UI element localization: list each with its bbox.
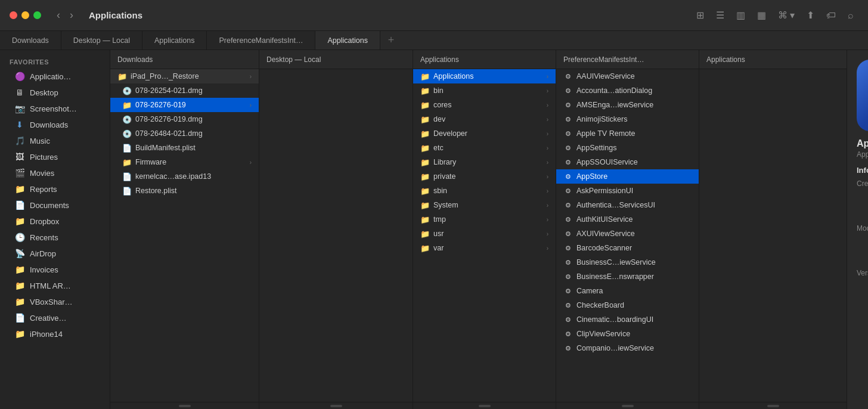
sidebar-item-label: VBoxShar…	[30, 298, 73, 306]
list-item[interactable]: ⚙ BusinessE…nswrapper	[556, 269, 699, 284]
sidebar-item-airdrop[interactable]: 📡 AirDrop	[5, 246, 105, 261]
col-resize-handle-5[interactable]	[699, 402, 847, 409]
list-item[interactable]: ⚙ AAUIViewService	[556, 69, 699, 83]
sidebar-item-label: Movies	[30, 169, 54, 178]
col-resize-handle-1[interactable]	[110, 402, 259, 409]
list-item[interactable]: 📁 private ›	[413, 169, 556, 184]
list-item[interactable]: ⚙ ClipViewService	[556, 327, 699, 341]
list-item[interactable]: ⚙ Camera	[556, 284, 699, 298]
sidebar-item-label: Desktop	[30, 88, 58, 97]
list-item[interactable]: ⚙ AMSEnga…iewService	[556, 98, 699, 112]
list-item[interactable]: ⚙ AXUIViewService	[556, 227, 699, 241]
maximize-button[interactable]	[33, 11, 41, 19]
icon-view-button[interactable]: ⊞	[692, 7, 709, 23]
share-button[interactable]: ⬆	[802, 7, 819, 23]
column-view-button[interactable]: ▥	[731, 7, 750, 23]
sidebar-item-creative[interactable]: 📄 Creative…	[5, 310, 105, 326]
list-item[interactable]: 📁 etc ›	[413, 141, 556, 155]
close-button[interactable]	[10, 11, 17, 19]
col-resize-handle-4[interactable]	[556, 402, 699, 409]
back-button[interactable]: ‹	[53, 8, 64, 23]
list-item[interactable]: 📁 iPad_Pro…_Restore ›	[110, 69, 259, 83]
list-item[interactable]: 📄 BuildManifest.plist	[110, 141, 259, 155]
sidebar-item-reports[interactable]: 📁 Reports	[5, 181, 105, 197]
list-item[interactable]: 💿 078-26276-019.dmg	[110, 112, 259, 126]
search-button[interactable]: ⌕	[843, 8, 858, 23]
sidebar-item-music[interactable]: 🎵 Music	[5, 133, 105, 148]
list-item[interactable]: ⚙ AppSettings	[556, 141, 699, 155]
tab-applications[interactable]: Applications	[142, 31, 207, 49]
sidebar-item-pictures[interactable]: 🖼 Pictures	[5, 149, 105, 165]
arrange-button[interactable]: ⌘ ▾	[773, 7, 799, 23]
folder-icon: 📁	[420, 101, 430, 110]
tab-downloads[interactable]: Downloads	[0, 31, 61, 49]
list-item[interactable]: 📁 usr ›	[413, 227, 556, 241]
preview-panel: AppStore Application – 52 MB Information…	[847, 50, 868, 409]
gallery-view-button[interactable]: ▦	[752, 7, 771, 23]
list-item[interactable]: ⚙ BarcodeScanner	[556, 241, 699, 255]
list-item[interactable]: ⚙ AuthKitUIService	[556, 212, 699, 227]
sidebar-item-htmlar[interactable]: 📁 HTML AR…	[5, 278, 105, 293]
list-item[interactable]: 💿 078-26254-021.dmg	[110, 83, 259, 98]
chevron-right-icon: ›	[250, 73, 252, 80]
list-item[interactable]: ⚙ AnimojiStickers	[556, 112, 699, 126]
list-item[interactable]: 📁 Library ›	[413, 155, 556, 169]
sidebar-item-invoices[interactable]: 📁 Invoices	[5, 262, 105, 277]
sidebar-item-dropbox[interactable]: 📁 Dropbox	[5, 213, 105, 229]
list-item[interactable]: 📁 System ›	[413, 198, 556, 212]
folder-icon: 📁	[122, 158, 132, 167]
item-label: AppSettings	[576, 144, 692, 152]
sidebar-item-movies[interactable]: 🎬 Movies	[5, 165, 105, 181]
list-item[interactable]: 📁 078-26276-019 ›	[110, 98, 259, 112]
list-item[interactable]: ⚙ AppSSOUIService	[556, 155, 699, 169]
sidebar-item-recents[interactable]: 🕒 Recents	[5, 230, 105, 245]
forward-button[interactable]: ›	[66, 8, 77, 23]
minimize-button[interactable]	[21, 11, 29, 19]
list-view-button[interactable]: ☰	[711, 7, 729, 23]
list-item[interactable]: ⚙ AskPermissionUI	[556, 184, 699, 198]
list-item[interactable]: 📁 dev ›	[413, 112, 556, 126]
col-resize-handle-2[interactable]	[259, 402, 413, 409]
col-resize-handle-3[interactable]	[413, 402, 556, 409]
tag-button[interactable]: 🏷	[822, 8, 841, 23]
list-item[interactable]: 📁 var ›	[413, 241, 556, 255]
sidebar-item-desktop[interactable]: 🖥 Desktop	[5, 85, 105, 100]
preview-app-sub: Application – 52 MB	[857, 150, 868, 159]
titlebar-actions: ⊞ ☰ ▥ ▦ ⌘ ▾ ⬆ 🏷 ⌕	[692, 7, 858, 23]
sidebar-item-iphone14[interactable]: 📁 iPhone14	[5, 326, 105, 342]
chevron-right-icon: ›	[547, 145, 548, 151]
sidebar-item-applications[interactable]: 🟣 Applicatio…	[5, 69, 105, 84]
list-item[interactable]: ⚙ AppStore	[556, 169, 699, 184]
tab-add-button[interactable]: +	[380, 31, 402, 49]
list-item[interactable]: ⚙ Accounta…ationDialog	[556, 83, 699, 98]
list-item[interactable]: ⚙ Companio…iewService	[556, 341, 699, 355]
gear-icon: ⚙	[563, 330, 573, 338]
list-item[interactable]: ⚙ Authentica…ServicesUI	[556, 198, 699, 212]
list-item[interactable]: 📁 Developer ›	[413, 126, 556, 141]
list-item[interactable]: ⚙ BusinessC…iewService	[556, 255, 699, 269]
list-item[interactable]: 📁 tmp ›	[413, 212, 556, 227]
list-item[interactable]: 📁 bin ›	[413, 83, 556, 98]
gear-icon: ⚙	[563, 316, 573, 324]
list-item[interactable]: 💿 078-26484-021.dmg	[110, 126, 259, 141]
chevron-right-icon: ›	[547, 159, 548, 166]
list-item[interactable]: 📁 sbin ›	[413, 184, 556, 198]
sidebar-item-downloads[interactable]: ⬇ Downloads	[5, 117, 105, 132]
sidebar-item-label: Recents	[30, 233, 58, 242]
chevron-right-icon: ›	[250, 102, 252, 109]
list-item[interactable]: ⚙ Cinematic…boardingUI	[556, 312, 699, 327]
list-item[interactable]: 📁 Firmware ›	[110, 155, 259, 169]
sidebar-item-documents[interactable]: 📄 Documents	[5, 197, 105, 213]
handle-dot	[179, 405, 191, 407]
list-item[interactable]: ⚙ Apple TV Remote	[556, 126, 699, 141]
list-item[interactable]: 📄 kernelcac…ase.ipad13	[110, 169, 259, 184]
tab-applications2[interactable]: Applications	[315, 31, 380, 49]
list-item[interactable]: 📄 Restore.plist	[110, 184, 259, 198]
list-item[interactable]: ⚙ CheckerBoard	[556, 298, 699, 312]
list-item[interactable]: 📁 Applications ›	[413, 69, 556, 83]
tab-desktop[interactable]: Desktop — Local	[61, 31, 142, 49]
list-item[interactable]: 📁 cores ›	[413, 98, 556, 112]
tab-prefs[interactable]: PreferenceManifestsInt…	[207, 31, 315, 49]
sidebar-item-vboxshare[interactable]: 📁 VBoxShar…	[5, 294, 105, 309]
sidebar-item-screenshots[interactable]: 📷 Screenshot…	[5, 101, 105, 116]
